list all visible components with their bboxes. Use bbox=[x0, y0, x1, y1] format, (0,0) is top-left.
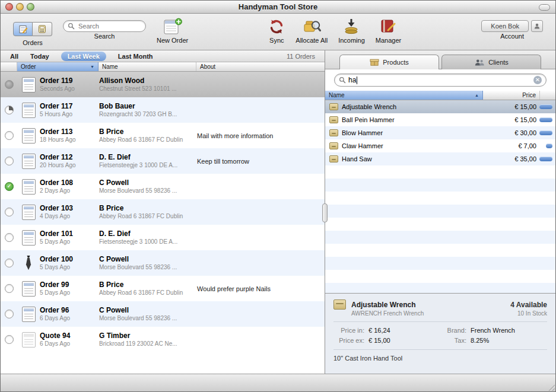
product-price: € 15,00 bbox=[494, 103, 536, 110]
product-price: € 7,00 bbox=[494, 142, 536, 149]
tab-products[interactable]: Products bbox=[339, 55, 439, 69]
account-user-button[interactable]: Koen Bok bbox=[481, 20, 529, 32]
order-number: Quote 94 bbox=[40, 332, 99, 340]
orders-filter-bar: All Today Last Week Last Month 11 Orders bbox=[1, 50, 325, 62]
product-row-blow-hammer[interactable]: Blow Hammer € 30,00 bbox=[325, 126, 555, 139]
toolbar-manager[interactable]: Manager bbox=[376, 17, 401, 44]
orders-list-segment-button[interactable] bbox=[33, 22, 52, 36]
order-customer: C Powell bbox=[99, 255, 197, 264]
orders-edit-segment-button[interactable] bbox=[13, 22, 33, 36]
order-status-icon[interactable] bbox=[5, 284, 14, 293]
filter-today[interactable]: Today bbox=[30, 53, 49, 60]
order-status-icon[interactable] bbox=[5, 259, 14, 267]
column-header-name[interactable]: Name bbox=[99, 62, 196, 71]
toolbar-account: Koen Bok Account bbox=[481, 17, 543, 40]
order-row-108[interactable]: Order 1082 Days Ago C PowellMorse Boulev… bbox=[1, 174, 325, 199]
product-row-hand-saw[interactable]: Hand Saw € 35,00 bbox=[325, 152, 555, 165]
order-status-icon[interactable] bbox=[5, 131, 14, 140]
toolbar-incoming[interactable]: Incoming bbox=[338, 17, 365, 44]
order-number: Order 119 bbox=[40, 77, 99, 85]
order-row-quote-94[interactable]: Quote 946 Days Ago G TimberBrickroad 119… bbox=[1, 327, 325, 352]
clear-search-button[interactable]: ✕ bbox=[533, 76, 542, 84]
tab-clients[interactable]: Clients bbox=[441, 55, 541, 69]
order-status-icon[interactable] bbox=[5, 80, 14, 89]
column-header-order[interactable]: Order ▼ bbox=[17, 62, 99, 71]
resize-grip[interactable] bbox=[547, 383, 555, 391]
order-status-icon[interactable] bbox=[5, 335, 14, 344]
minimize-button[interactable] bbox=[16, 3, 24, 11]
product-detail-title: Adjustable Wrench bbox=[351, 301, 415, 309]
zoom-button[interactable] bbox=[27, 3, 34, 11]
order-row-100[interactable]: Order 1005 Days Ago C PowellMorse Boulev… bbox=[1, 250, 325, 276]
column-header-product-name-label: Name bbox=[329, 92, 345, 98]
column-header-price[interactable]: Price bbox=[483, 91, 540, 100]
order-status-icon[interactable] bbox=[5, 106, 14, 114]
order-row-103[interactable]: Order 1034 Days Ago B PriceAbbey Road 6 … bbox=[1, 199, 325, 225]
order-document-icon bbox=[22, 307, 36, 322]
order-row-96[interactable]: Order 966 Days Ago C PowellMorse Bouleva… bbox=[1, 301, 325, 327]
order-row-117[interactable]: Order 1175 Hours Ago Bob BauerRozengrach… bbox=[1, 97, 325, 123]
manager-icon bbox=[379, 17, 397, 36]
product-icon bbox=[329, 116, 338, 123]
order-row-112[interactable]: Order 11220 Hours Ago D. E. DiefFietsens… bbox=[1, 148, 325, 174]
toolbar-search-field[interactable] bbox=[63, 20, 146, 32]
order-status-check-icon[interactable] bbox=[5, 182, 14, 191]
window-title: Handyman Tool Store bbox=[239, 2, 317, 11]
order-row-99[interactable]: Order 995 Days Ago B PriceAbbey Road 6 3… bbox=[1, 276, 325, 301]
toolbar-toggle-button[interactable] bbox=[539, 4, 550, 11]
column-header-stock[interactable] bbox=[540, 91, 555, 100]
toolbar-new-order[interactable]: New Order bbox=[157, 17, 188, 44]
product-row-ball-pein-hammer[interactable]: Ball Pein Hammer € 15,00 bbox=[325, 113, 555, 126]
order-address: Chestnut Street 523 10101 ... bbox=[99, 85, 197, 93]
order-row-113[interactable]: Order 11318 Hours Ago B PriceAbbey Road … bbox=[1, 123, 325, 148]
toolbar-orders: Orders bbox=[13, 17, 52, 46]
product-detail-panel: Adjustable Wrench 4 Available AWRENCH Fr… bbox=[325, 293, 555, 374]
order-address: Rozengracht 30 7203 GH B... bbox=[99, 111, 197, 118]
order-document-icon bbox=[22, 154, 36, 169]
stock-level-bar bbox=[539, 117, 552, 122]
order-number: Order 108 bbox=[40, 179, 99, 187]
filter-last-month[interactable]: Last Month bbox=[118, 53, 153, 60]
order-address: Fietsensteegje 3 1000 DE A... bbox=[99, 238, 197, 246]
toolbar-allocate-all[interactable]: Allocate All bbox=[296, 17, 328, 44]
order-customer: Bob Bauer bbox=[99, 102, 197, 111]
product-row-claw-hammer[interactable]: Claw Hammer € 7,00 bbox=[325, 139, 555, 152]
product-icon bbox=[329, 129, 338, 136]
account-switch-button[interactable] bbox=[531, 20, 543, 32]
stock-level-bar bbox=[539, 130, 552, 135]
product-name: Adjustable Wrench bbox=[342, 103, 494, 110]
stock-level-bar bbox=[539, 104, 552, 109]
toolbar-incoming-label: Incoming bbox=[338, 37, 365, 44]
titlebar: Handyman Tool Store bbox=[1, 1, 555, 14]
order-address: Brickroad 119 23002 AC Ne... bbox=[99, 340, 197, 348]
close-button[interactable] bbox=[5, 3, 13, 11]
order-address: Abbey Road 6 31867 FC Dublin bbox=[99, 289, 197, 297]
order-status-icon[interactable] bbox=[5, 157, 14, 165]
filter-all[interactable]: All bbox=[10, 53, 18, 60]
search-icon bbox=[339, 77, 346, 84]
filter-last-week[interactable]: Last Week bbox=[61, 52, 106, 61]
product-search-field[interactable]: ha ✕ bbox=[334, 74, 547, 87]
order-row-101[interactable]: Order 1015 Days Ago D. E. DiefFietsenste… bbox=[1, 225, 325, 250]
search-input[interactable] bbox=[77, 22, 141, 30]
product-name: Blow Hammer bbox=[342, 129, 494, 136]
order-number: Order 100 bbox=[40, 255, 99, 264]
product-row-adjustable-wrench[interactable]: Adjustable Wrench € 15,00 bbox=[325, 100, 555, 113]
order-row-119[interactable]: Order 119Seconds Ago Allison WoodChestnu… bbox=[1, 72, 325, 97]
column-header-status[interactable] bbox=[1, 62, 17, 71]
order-status-icon[interactable] bbox=[5, 208, 14, 216]
product-description: 10" Cast Iron Hand Tool bbox=[333, 349, 547, 362]
order-status-icon[interactable] bbox=[5, 233, 14, 242]
price-in-label: Price in: bbox=[333, 326, 364, 336]
tab-products-label: Products bbox=[383, 59, 408, 66]
order-time: 6 Days Ago bbox=[40, 315, 99, 322]
order-status-icon[interactable] bbox=[5, 310, 14, 318]
column-header-about[interactable]: About bbox=[196, 62, 325, 71]
column-header-product-name[interactable]: Name ▲ bbox=[325, 91, 483, 100]
order-customer: C Powell bbox=[99, 306, 197, 315]
toolbar: Orders Search New Order Sync bbox=[1, 14, 555, 50]
splitter-handle[interactable] bbox=[322, 203, 328, 222]
toolbar-search: Search bbox=[63, 17, 146, 40]
toolbar-sync[interactable]: Sync bbox=[268, 17, 285, 44]
order-customer: Allison Wood bbox=[99, 77, 197, 85]
